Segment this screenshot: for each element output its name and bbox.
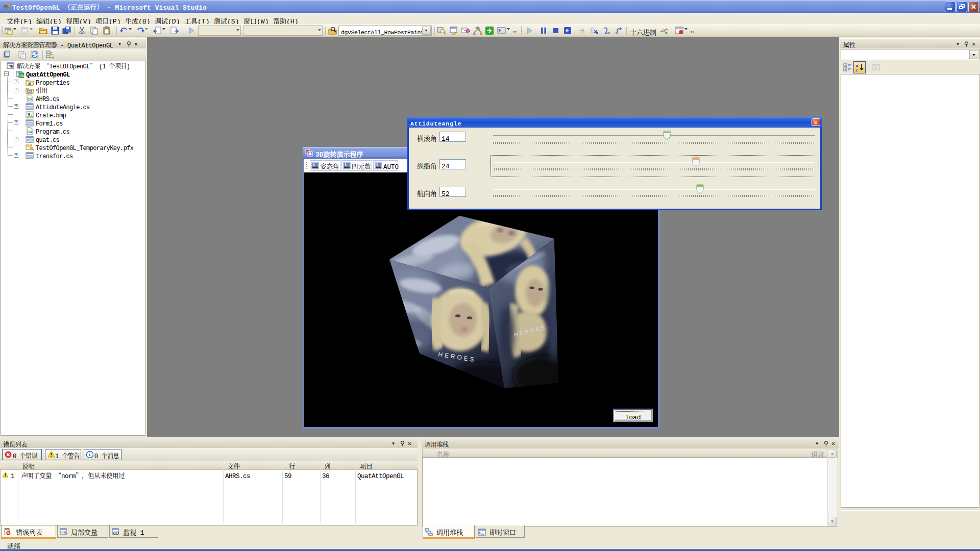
svg-text:C#: C#: [28, 97, 33, 102]
svg-text:C#: C#: [28, 130, 33, 134]
svg-text:C#: C#: [19, 73, 24, 78]
svg-text:Z: Z: [855, 68, 858, 72]
